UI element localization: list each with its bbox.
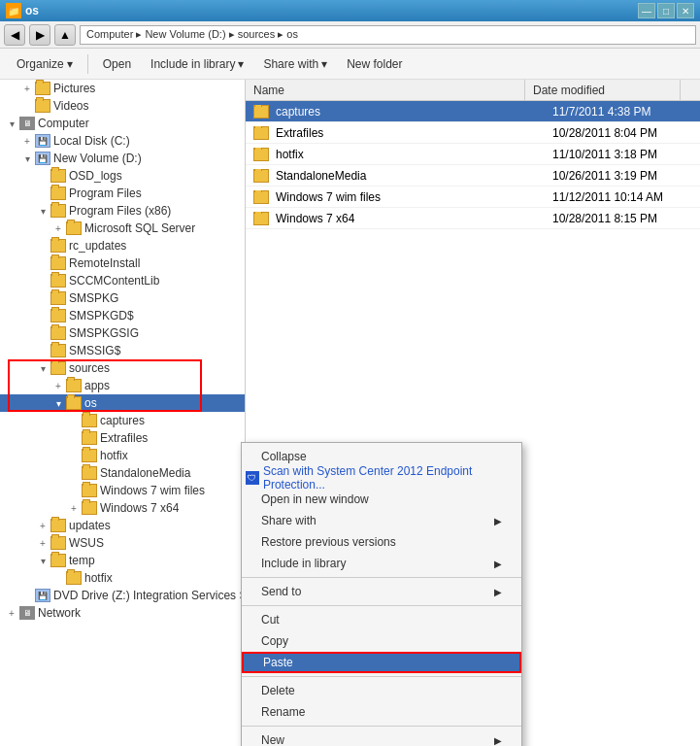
minimize-button[interactable]: — xyxy=(638,3,655,18)
tree-item-hotfix2[interactable]: hotfix xyxy=(0,569,245,587)
tree-toggle[interactable]: + xyxy=(19,136,35,147)
tree-item-sccmcontent[interactable]: SCCMContentLib xyxy=(0,272,245,289)
context-menu-item-rename[interactable]: Rename xyxy=(242,701,521,723)
tree-toggle[interactable]: + xyxy=(35,538,50,549)
tree-item-label: SMSPKGD$ xyxy=(69,309,134,322)
folder-icon xyxy=(253,212,269,225)
file-row[interactable]: Windows 7 wim files 11/12/2011 10:14 AM xyxy=(246,186,700,208)
context-menu-item-new[interactable]: New▶ xyxy=(242,729,521,746)
context-menu-item-paste[interactable]: Paste xyxy=(242,652,521,673)
tree-item-wsus[interactable]: +WSUS xyxy=(0,534,245,552)
tree-item-label: hotfix xyxy=(100,449,128,462)
file-date-cell: 11/7/2011 4:38 PM xyxy=(545,105,700,119)
context-menu-item-restore[interactable]: Restore previous versions xyxy=(242,531,521,553)
context-menu-item-include[interactable]: Include in library▶ xyxy=(242,553,521,574)
organize-button[interactable]: Organize ▾ xyxy=(8,52,82,76)
computer-icon: 🖥 xyxy=(19,606,35,620)
file-list: captures 11/7/2011 4:38 PM Extrafiles 10… xyxy=(246,101,700,229)
tree-toggle[interactable]: ▾ xyxy=(35,556,50,566)
tree-item-updates[interactable]: +updates xyxy=(0,517,245,534)
tree-item-extrafiles[interactable]: Extrafiles xyxy=(0,429,245,447)
submenu-arrow-icon: ▶ xyxy=(494,587,502,597)
ctx-label: Delete xyxy=(261,684,295,697)
tree-item-dvdz[interactable]: 💾DVD Drive (Z:) Integration Services Set… xyxy=(0,587,245,604)
folder-icon xyxy=(50,186,66,200)
context-menu-item-share[interactable]: Share with▶ xyxy=(242,510,521,531)
col-date[interactable]: Date modified xyxy=(525,80,681,100)
context-menu-item-copy[interactable]: Copy xyxy=(242,630,521,652)
tree-item-captures[interactable]: captures xyxy=(0,412,245,429)
folder-icon xyxy=(50,361,66,375)
folder-icon xyxy=(66,379,82,392)
tree-item-programfilesx86[interactable]: ▾Program Files (x86) xyxy=(0,202,245,220)
new-folder-button[interactable]: New folder xyxy=(338,52,411,76)
tree-item-label: Microsoft SQL Server xyxy=(84,221,195,235)
tree-toggle[interactable]: ▾ xyxy=(19,153,35,164)
tree-item-rc_updates[interactable]: rc_updates xyxy=(0,237,245,254)
ctx-label: Rename xyxy=(261,705,305,719)
tree-item-osd_logs[interactable]: OSD_logs xyxy=(0,167,245,185)
col-name[interactable]: Name xyxy=(246,80,525,100)
tree-toggle[interactable]: + xyxy=(19,84,35,94)
tree-item-mssqlserver[interactable]: +Microsoft SQL Server xyxy=(0,220,245,237)
folder-icon xyxy=(253,126,269,140)
context-menu-item-cut[interactable]: Cut xyxy=(242,609,521,630)
tree-item-localc[interactable]: +💾Local Disk (C:) xyxy=(0,132,245,150)
tree-toggle[interactable]: + xyxy=(4,608,19,619)
context-menu-item-delete[interactable]: Delete xyxy=(242,680,521,701)
tree-toggle[interactable]: ▾ xyxy=(35,206,50,217)
tree-item-sources[interactable]: ▾sources xyxy=(0,359,245,377)
context-menu-item-send_to[interactable]: Send to▶ xyxy=(242,581,521,602)
tree-toggle[interactable]: + xyxy=(50,223,66,234)
folder-icon xyxy=(50,519,66,532)
drive-icon: 💾 xyxy=(35,589,50,602)
tree-item-win7x64[interactable]: +Windows 7 x64 xyxy=(0,499,245,517)
file-row[interactable]: captures 11/7/2011 4:38 PM xyxy=(246,101,700,122)
tree-item-programfiles[interactable]: Program Files xyxy=(0,185,245,202)
include-library-button[interactable]: Include in library ▾ xyxy=(142,52,252,76)
tree-item-os[interactable]: ▾os xyxy=(0,394,245,412)
file-row[interactable]: hotfix 11/10/2011 3:18 PM xyxy=(246,144,700,165)
open-button[interactable]: Open xyxy=(94,52,140,76)
tree-toggle[interactable]: + xyxy=(50,381,66,391)
tree-item-pictures[interactable]: +Pictures xyxy=(0,80,245,97)
tree-item-smspkg[interactable]: SMSPKG xyxy=(0,289,245,307)
tree-item-label: temp xyxy=(69,554,95,567)
computer-icon: 🖥 xyxy=(19,117,35,130)
tree-item-videos[interactable]: Videos xyxy=(0,97,245,115)
address-bar: ◀ ▶ ▲ Computer ▸ New Volume (D:) ▸ sourc… xyxy=(0,21,700,49)
tree-item-smssig[interactable]: SMSSIG$ xyxy=(0,342,245,359)
close-button[interactable]: ✕ xyxy=(677,3,694,18)
tree-item-smspkgd[interactable]: SMSPKGD$ xyxy=(0,307,245,324)
tree-item-temp[interactable]: ▾temp xyxy=(0,552,245,569)
tree-toggle[interactable]: + xyxy=(35,521,50,531)
tree-item-standalonemedia[interactable]: StandaloneMedia xyxy=(0,464,245,482)
file-row[interactable]: Windows 7 x64 10/28/2011 8:15 PM xyxy=(246,208,700,229)
maximize-button[interactable]: □ xyxy=(657,3,675,18)
tree-toggle[interactable]: + xyxy=(66,503,82,514)
tree-item-win7wim[interactable]: Windows 7 wim files xyxy=(0,482,245,499)
tree-item-computer[interactable]: ▾🖥Computer xyxy=(0,115,245,132)
tree-item-hotfix[interactable]: hotfix xyxy=(0,447,245,464)
up-button[interactable]: ▲ xyxy=(54,24,76,46)
file-row[interactable]: Extrafiles 10/28/2011 8:04 PM xyxy=(246,122,700,144)
tree-toggle[interactable]: ▾ xyxy=(35,363,50,374)
tree-item-reinstall[interactable]: RemoteInstall xyxy=(0,254,245,272)
tree-toggle[interactable]: ▾ xyxy=(4,119,19,129)
tree-item-label: Extrafiles xyxy=(100,431,148,445)
tree-item-newd[interactable]: ▾💾New Volume (D:) xyxy=(0,150,245,167)
tree-item-apps[interactable]: +apps xyxy=(0,377,245,394)
submenu-arrow-icon: ▶ xyxy=(494,735,502,746)
folder-icon xyxy=(253,148,269,161)
tree-item-network[interactable]: +🖥Network xyxy=(0,604,245,622)
share-with-button[interactable]: Share with ▾ xyxy=(254,52,336,76)
address-path[interactable]: Computer ▸ New Volume (D:) ▸ sources ▸ o… xyxy=(80,25,696,45)
forward-button[interactable]: ▶ xyxy=(29,24,50,46)
tree-toggle[interactable]: ▾ xyxy=(50,398,66,409)
drive-icon: 💾 xyxy=(35,152,50,165)
context-menu-item-scan[interactable]: 🛡Scan with System Center 2012 Endpoint P… xyxy=(242,467,521,489)
tree-item-smspkgsig[interactable]: SMSPKGSIG xyxy=(0,324,245,342)
file-row[interactable]: StandaloneMedia 10/26/2011 3:19 PM xyxy=(246,165,700,186)
back-button[interactable]: ◀ xyxy=(4,24,25,46)
context-menu-item-open_window[interactable]: Open in new window xyxy=(242,489,521,510)
